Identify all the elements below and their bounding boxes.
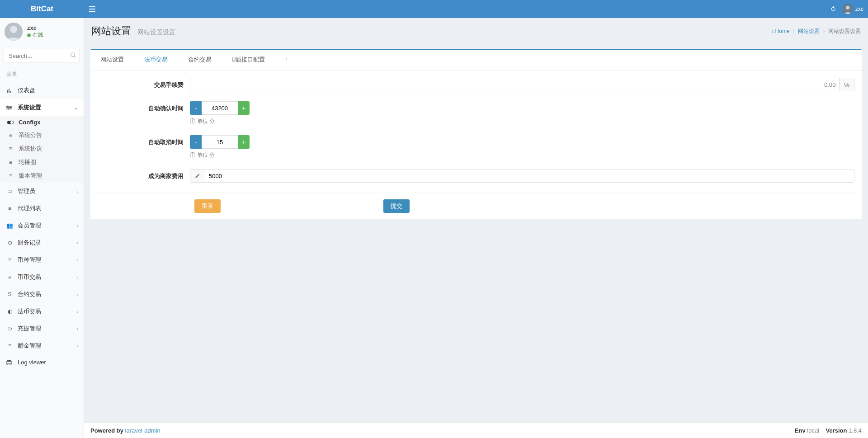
input-confirm[interactable] — [202, 101, 238, 115]
topbar-right: zxc — [830, 4, 863, 14]
row-cancel-time: 自动取消时间 - + ⓘ 单位 分 — [98, 135, 854, 159]
tab-site-settings[interactable]: 网站设置 — [90, 50, 134, 70]
chevron-left-icon: ‹ — [76, 223, 78, 228]
chevron-left-icon: ‹ — [76, 274, 78, 280]
sidebar-item-announce[interactable]: ≡ 系统公告 — [0, 128, 84, 142]
sidebar: zxc 在线 菜单 仪表盘 系统设置 ⌄ Configx — [0, 18, 84, 438]
tabs: 网站设置 法币交易 合约交易 U盾接口配置 + — [90, 50, 862, 71]
tab-fiat-trade[interactable]: 法币交易 — [134, 49, 178, 70]
page-title: 网站设置 网站设置设置 — [91, 24, 175, 38]
svg-point-8 — [8, 108, 9, 110]
topbar-user[interactable]: zxc — [843, 4, 863, 14]
sidebar-item-agents[interactable]: ≡ 代理列表 — [0, 200, 84, 217]
submit-button[interactable]: 提交 — [383, 199, 410, 213]
chart-icon — [6, 88, 13, 93]
list-icon: ≡ — [6, 205, 13, 212]
sidebar-item-configx[interactable]: Configx — [0, 116, 84, 128]
breadcrumb-parent[interactable]: 网站设置 — [798, 28, 820, 34]
footer-link[interactable]: laravel-admin — [125, 427, 160, 434]
gauge-icon: ⏲ — [6, 325, 13, 332]
db-icon — [6, 360, 13, 365]
label-cancel: 自动取消时间 — [98, 135, 190, 146]
input-seller-fee[interactable] — [205, 169, 854, 183]
topbar-username: zxc — [855, 6, 863, 12]
bars-icon: ≡ — [6, 274, 13, 280]
bars-icon: ≡ — [7, 173, 14, 179]
search-input[interactable] — [4, 49, 80, 62]
refresh-button[interactable] — [830, 6, 836, 12]
sidebar-item-protocol[interactable]: ≡ 系统协议 — [0, 142, 84, 155]
sidebar-item-members[interactable]: 👥 会员管理 ‹ — [0, 217, 84, 234]
breadcrumb-home[interactable]: Home — [775, 28, 790, 34]
sidebar-item-currency[interactable]: ≡ 币种管理 ‹ — [0, 251, 84, 268]
svg-point-3 — [10, 26, 17, 33]
avatar-icon — [843, 4, 853, 14]
minus-button[interactable]: - — [190, 101, 202, 115]
refresh-icon — [830, 6, 836, 12]
svg-line-5 — [74, 56, 76, 58]
users-icon: 👥 — [6, 222, 13, 229]
online-dot-icon — [27, 33, 31, 37]
chevron-left-icon: ‹ — [76, 188, 78, 194]
bars-icon: ≡ — [7, 132, 14, 138]
search-icon[interactable] — [70, 52, 76, 58]
minus-button[interactable]: - — [190, 135, 202, 149]
topbar: BitCat zxc — [0, 0, 868, 18]
plus-button[interactable]: + — [238, 135, 250, 149]
label-confirm: 自动确认时间 — [98, 101, 190, 113]
sidebar-item-bonus[interactable]: ≡ 赠金管理 ‹ — [0, 337, 84, 354]
sidebar-item-carousel[interactable]: ≡ 轮播图 — [0, 155, 84, 169]
tab-udun-api[interactable]: U盾接口配置 — [222, 50, 275, 70]
stepper-confirm: - + — [190, 101, 250, 115]
sidebar-item-fiat[interactable]: ◐ 法币交易 ‹ — [0, 303, 84, 320]
svg-point-1 — [846, 6, 849, 9]
input-cancel[interactable] — [202, 135, 238, 149]
avatar — [5, 23, 23, 41]
money-icon: ⊙ — [6, 240, 13, 246]
label-fee: 交易手续费 — [98, 78, 190, 89]
sidebar-item-spot[interactable]: ≡ 币币交易 ‹ — [0, 268, 84, 286]
svg-point-6 — [7, 106, 9, 107]
hamburger-icon — [89, 6, 95, 12]
content: 网站设置 网站设置设置 ⌂ Home › 网站设置 › 网站设置设置 网站设置 … — [84, 18, 868, 422]
plus-button[interactable]: + — [238, 101, 250, 115]
bars-icon: ≡ — [6, 257, 13, 263]
toggle-icon — [7, 121, 14, 124]
row-seller-fee: 成为商家费用 — [98, 169, 854, 183]
hint-confirm: ⓘ 单位 分 — [190, 118, 854, 125]
svg-point-7 — [10, 107, 11, 108]
user-status: 在线 — [27, 31, 43, 39]
sidebar-item-logviewer[interactable]: Log viewer — [0, 354, 84, 370]
reset-button[interactable]: 重置 — [194, 199, 221, 213]
row-fee: 交易手续费 % — [98, 78, 854, 91]
sliders-icon — [6, 105, 13, 110]
menu-toggle[interactable] — [84, 0, 100, 18]
sidebar-item-contract[interactable]: S 合约交易 ‹ — [0, 286, 84, 303]
footer: Powered by laravel-admin Env local Versi… — [84, 422, 868, 438]
unit-percent: % — [840, 78, 854, 91]
chevron-left-icon: ‹ — [76, 343, 78, 349]
label-seller: 成为商家费用 — [98, 169, 190, 180]
sidebar-item-admin[interactable]: ▭ 管理员 ‹ — [0, 183, 84, 200]
id-icon: ▭ — [6, 188, 13, 194]
breadcrumb: ⌂ Home › 网站设置 › 网站设置设置 — [771, 28, 861, 35]
form-footer: 重置 提交 — [90, 193, 862, 219]
sidebar-item-version[interactable]: ≡ 版本管理 — [0, 169, 84, 183]
tab-add[interactable]: + — [275, 50, 298, 70]
sidebar-item-deposit[interactable]: ⏲ 充提管理 ‹ — [0, 320, 84, 337]
menu-header: 菜单 — [0, 67, 84, 82]
sidebar-item-dashboard[interactable]: 仪表盘 — [0, 82, 84, 99]
sidebar-item-system-settings[interactable]: 系统设置 ⌄ — [0, 99, 84, 116]
svg-point-4 — [71, 53, 75, 57]
input-fee[interactable] — [190, 78, 840, 91]
sidebar-item-finance[interactable]: ⊙ 财务记录 ‹ — [0, 234, 84, 251]
brand[interactable]: BitCat — [0, 5, 84, 14]
submenu-system-settings: Configx ≡ 系统公告 ≡ 系统协议 ≡ 轮播图 ≡ 版本管理 — [0, 116, 84, 183]
stepper-cancel: - + — [190, 135, 250, 149]
row-confirm-time: 自动确认时间 - + ⓘ 单位 分 — [98, 101, 854, 125]
info-icon: ⓘ — [190, 151, 195, 159]
tab-contract-trade[interactable]: 合约交易 — [178, 50, 222, 70]
chevron-down-icon: ⌄ — [74, 105, 78, 111]
bars-icon: ≡ — [7, 146, 14, 152]
info-icon: ⓘ — [190, 118, 195, 125]
